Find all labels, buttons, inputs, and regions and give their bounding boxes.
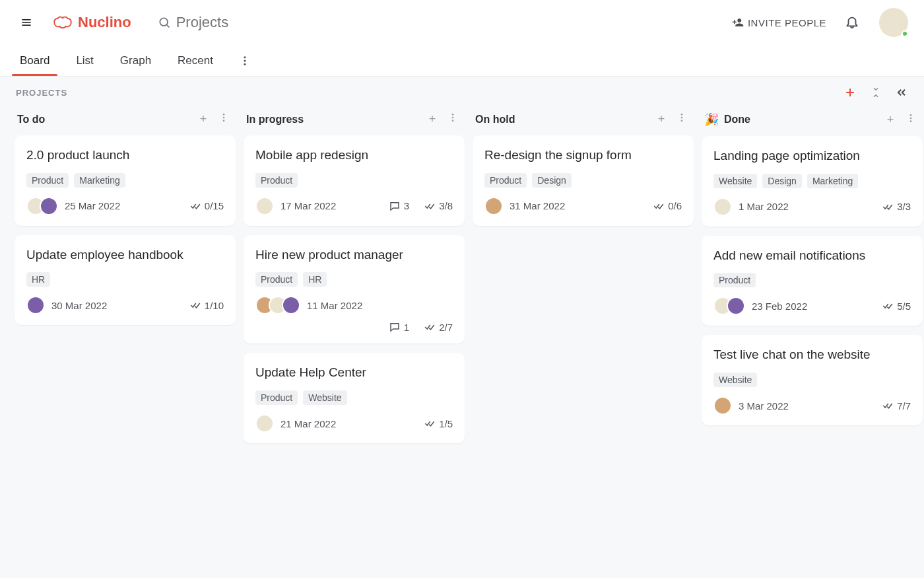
- column-to-do: To do+2.0 product launchProductMarketing…: [15, 110, 236, 334]
- comments-count: 1: [389, 321, 409, 333]
- user-avatar[interactable]: [879, 8, 908, 37]
- card-title: Re-design the signup form: [484, 147, 682, 164]
- svg-line-4: [166, 25, 169, 28]
- card-meta: 23 Feb 20225/5: [713, 297, 911, 315]
- task-card[interactable]: 2.0 product launchProductMarketing25 Mar…: [15, 135, 236, 226]
- column-done: 🎉Done+Landing page optimizationWebsiteDe…: [702, 110, 923, 435]
- add-column-button[interactable]: [843, 86, 857, 99]
- tab-list[interactable]: List: [72, 46, 97, 75]
- assignees: [484, 197, 503, 215]
- checklist-icon: [882, 400, 894, 412]
- card-date: 25 Mar 2022: [65, 200, 120, 211]
- more-vertical-icon: [239, 55, 251, 67]
- tag: Design: [532, 173, 572, 188]
- tag: Website: [303, 390, 346, 405]
- tag: Product: [255, 272, 298, 287]
- comment-icon: [389, 321, 401, 333]
- svg-point-19: [910, 114, 912, 116]
- avatar: [282, 296, 300, 314]
- card-date: 30 Mar 2022: [51, 300, 107, 311]
- bell-icon: [845, 15, 859, 29]
- task-card[interactable]: Update Help CenterProductWebsite21 Mar 2…: [244, 353, 465, 443]
- invite-people-button[interactable]: INVITE PEOPLE: [732, 17, 826, 28]
- comments-count: 3: [389, 200, 409, 212]
- svg-point-16: [681, 114, 683, 116]
- task-card[interactable]: Update employee handbookHR30 Mar 20221/1…: [15, 235, 236, 326]
- task-card[interactable]: Re-design the signup formProductDesign31…: [473, 135, 694, 226]
- search-icon: [158, 16, 171, 29]
- tabs-more-button[interactable]: [236, 52, 254, 70]
- column-add-button[interactable]: +: [883, 113, 898, 127]
- tab-graph[interactable]: Graph: [116, 46, 155, 75]
- assignees: [255, 414, 274, 433]
- column-more-button[interactable]: [218, 112, 233, 126]
- card-meta: 21 Mar 20221/5: [255, 414, 453, 433]
- tag: Product: [484, 173, 527, 188]
- collapse-icon: [870, 87, 882, 98]
- card-meta: 1 Mar 20223/3: [713, 198, 911, 216]
- card-date: 11 Mar 2022: [307, 300, 362, 311]
- tag: HR: [303, 272, 327, 287]
- checklist-icon: [653, 200, 665, 212]
- notifications-button[interactable]: [845, 15, 861, 30]
- task-card[interactable]: Hire new product managerProductHR11 Mar …: [244, 235, 465, 344]
- task-card[interactable]: Landing page optimizationWebsiteDesignMa…: [702, 136, 923, 227]
- card-meta: 17 Mar 202233/8: [255, 197, 453, 215]
- column-title: Done: [724, 114, 750, 126]
- tasks-count: 0/6: [653, 200, 682, 212]
- view-tabs: BoardListGraphRecent: [0, 45, 924, 77]
- tasks-count: 5/5: [882, 300, 911, 312]
- tasks-count: 3/3: [882, 201, 911, 213]
- tasks-count: 0/15: [189, 200, 224, 212]
- card-date: 3 Mar 2022: [739, 400, 789, 412]
- tasks-count: 2/7: [424, 321, 453, 333]
- more-vertical-icon: [447, 112, 458, 123]
- column-title: On hold: [475, 114, 515, 126]
- column-more-button[interactable]: [906, 113, 920, 127]
- assignees: [26, 296, 45, 314]
- invite-label: INVITE PEOPLE: [748, 17, 826, 28]
- tag-row: ProductHR: [255, 272, 453, 287]
- column-header: On hold+: [473, 110, 694, 135]
- hamburger-menu-button[interactable]: [16, 12, 37, 33]
- tab-board[interactable]: Board: [16, 46, 53, 75]
- app-logo[interactable]: Nuclino: [53, 14, 131, 31]
- assignees: [26, 197, 58, 215]
- column-more-button[interactable]: [676, 112, 691, 126]
- task-card[interactable]: Test live chat on the websiteWebsite3 Ma…: [702, 335, 923, 425]
- column-add-button[interactable]: +: [425, 112, 440, 126]
- card-meta: 30 Mar 20221/10: [26, 296, 224, 314]
- comment-icon: [389, 200, 401, 212]
- person-add-icon: [732, 17, 744, 28]
- card-meta: 25 Mar 20220/15: [26, 197, 224, 215]
- column-emoji: 🎉: [704, 112, 719, 127]
- card-date: 31 Mar 2022: [510, 200, 565, 211]
- column-add-button[interactable]: +: [196, 112, 211, 126]
- collapse-board-button[interactable]: [870, 86, 882, 99]
- app-name: Nuclino: [78, 14, 131, 31]
- tag-row: Product: [255, 173, 453, 188]
- search-input[interactable]: [176, 14, 308, 31]
- more-vertical-icon: [906, 113, 916, 124]
- card-title: Add new email notifications: [713, 248, 911, 264]
- search[interactable]: [158, 14, 308, 31]
- checklist-icon: [424, 200, 436, 212]
- svg-point-21: [910, 120, 912, 122]
- task-card[interactable]: Add new email notificationsProduct23 Feb…: [702, 236, 923, 326]
- tag-row: Website: [713, 373, 911, 387]
- column-add-button[interactable]: +: [654, 112, 669, 126]
- collapse-sidebar-button[interactable]: [895, 86, 908, 99]
- assignees: [255, 197, 274, 215]
- avatar: [40, 197, 58, 215]
- tag: Website: [713, 373, 757, 387]
- tag: Marketing: [807, 174, 858, 188]
- column-more-button[interactable]: [447, 112, 462, 126]
- tab-recent[interactable]: Recent: [174, 46, 217, 75]
- card-date: 1 Mar 2022: [739, 201, 789, 212]
- task-card[interactable]: Mobile app redesignProduct17 Mar 202233/…: [244, 135, 465, 226]
- checklist-icon: [424, 321, 436, 333]
- tag: Website: [713, 174, 757, 188]
- card-title: 2.0 product launch: [26, 147, 224, 164]
- hamburger-icon: [20, 16, 33, 29]
- column-in-progress: In progress+Mobile app redesignProduct17…: [244, 110, 465, 452]
